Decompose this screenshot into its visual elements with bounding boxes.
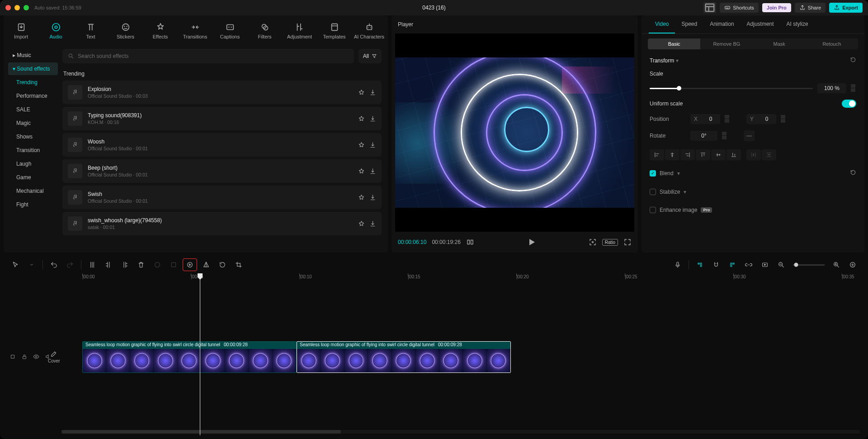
undo-button[interactable] [47,258,61,271]
rotate-button[interactable] [215,258,230,271]
tool-ai-characters[interactable]: AI Characters [352,15,387,46]
subtab-retouch[interactable]: Retouch [806,38,858,49]
tab-speed[interactable]: Speed [675,15,703,33]
split-button[interactable] [85,258,99,271]
tab-adjustment[interactable]: Adjustment [741,15,780,33]
enhance-section[interactable]: Enhance image Pro [650,204,856,216]
sidebar-sub-fight[interactable]: Fight [8,198,58,211]
zoom-fit-button[interactable] [845,258,860,271]
position-y-stepper[interactable] [781,115,786,123]
track-item[interactable]: ExplosionOfficial Sound Studio · 00:03 [62,81,382,104]
track-settings-button[interactable] [9,353,16,360]
position-x-stepper[interactable] [725,115,730,123]
track-item[interactable]: swish_whoosh (large)(794558)satak · 00:0… [62,212,382,235]
scale-stepper[interactable] [851,84,856,92]
reset-blend-button[interactable] [850,169,856,177]
rotate-stepper[interactable] [722,132,727,140]
clip-2[interactable]: Seamless loop motion graphic of flying i… [297,341,511,373]
rotate-input[interactable]: 0° [690,131,717,141]
align-bottom-button[interactable] [726,149,741,160]
track-item[interactable]: Beep (short)Official Sound Studio · 00:0… [62,159,382,183]
magnet-end-button[interactable] [725,258,740,271]
cover-button[interactable]: Cover [48,350,60,363]
uniform-scale-toggle[interactable] [842,100,856,108]
sidebar-sub-trending[interactable]: Trending [8,76,58,89]
ratio-button[interactable]: Ratio [602,239,618,246]
sidebar-sub-performance[interactable]: Performance [8,90,58,102]
timeline-body[interactable]: Cover Seamless loop motion graphic of fl… [4,282,864,435]
sidebar-sub-transition[interactable]: Transition [8,144,58,157]
align-top-button[interactable] [696,149,710,160]
tool-import[interactable]: Import [4,15,38,46]
download-icon[interactable] [369,89,376,96]
redo-button[interactable] [63,258,77,271]
align-middle-button[interactable] [711,149,726,160]
maximize-window-icon[interactable] [24,5,29,10]
position-y-input[interactable]: Y0 [746,114,776,124]
split-right-button[interactable] [118,258,132,271]
minimize-window-icon[interactable] [14,5,20,10]
subtab-remove-bg[interactable]: Remove BG [700,38,753,49]
zoom-slider[interactable] [793,264,825,266]
zoom-out-button[interactable] [774,258,788,271]
export-button[interactable]: Export [829,3,863,13]
tool-stickers[interactable]: Stickers [108,15,143,46]
favorite-icon[interactable] [358,142,365,148]
tool-effects[interactable]: Effects [143,15,178,46]
align-center-h-button[interactable] [665,149,679,160]
share-button[interactable]: Share [795,3,826,13]
scale-value[interactable]: 100 % [817,83,846,93]
rotate-flip-button[interactable]: — [744,130,755,141]
align-left-button[interactable] [650,149,664,160]
tab-animation[interactable]: Animation [703,15,740,33]
preview-render-button[interactable] [758,258,772,271]
tool-text[interactable]: Text [73,15,108,46]
mic-button[interactable] [670,258,685,271]
join-pro-button[interactable]: Join Pro [762,3,791,12]
favorite-icon[interactable] [358,115,365,122]
compare-button[interactable] [466,238,474,246]
track-lock-button[interactable] [21,353,28,360]
playhead[interactable] [200,273,200,435]
sidebar-sub-game[interactable]: Game [8,171,58,184]
favorite-icon[interactable] [358,220,365,227]
align-right-button[interactable] [680,149,695,160]
tab-video[interactable]: Video [649,15,675,33]
selection-tool-button[interactable] [8,258,23,271]
tool-transitions[interactable]: Transitions [178,15,212,46]
download-icon[interactable] [369,115,376,122]
sidebar-sub-mechanical[interactable]: Mechanical [8,185,58,197]
play-button[interactable] [526,237,537,248]
scale-slider[interactable] [650,88,813,89]
track-item[interactable]: SwishOfficial Sound Studio · 00:01 [62,186,382,209]
close-window-icon[interactable] [5,5,11,10]
player-canvas[interactable] [395,33,634,232]
tool-audio[interactable]: Audio [38,15,73,46]
selection-dropdown[interactable] [24,258,39,271]
filter-all-button[interactable]: All [359,49,382,63]
distribute-v-button[interactable] [762,149,776,160]
tool-adjustment[interactable]: Adjustment [282,15,317,46]
stabilize-section[interactable]: Stabilize ▾ [650,186,856,198]
sidebar-sub-shows[interactable]: Shows [8,130,58,143]
crop-button[interactable] [231,258,246,271]
reverse-button[interactable] [183,258,197,271]
download-icon[interactable] [369,220,376,227]
magnet-start-button[interactable] [693,258,707,271]
tool-templates[interactable]: Templates [317,15,352,46]
stabilize-checkbox[interactable] [650,189,656,195]
sidebar-sub-sale[interactable]: SALE [8,103,58,116]
favorite-icon[interactable] [358,89,365,96]
shortcuts-button[interactable]: Shortcuts [720,3,758,13]
blend-section[interactable]: ✓ Blend ▾ [650,167,856,180]
tool-captions[interactable]: Captions [212,15,247,46]
split-left-button[interactable] [101,258,116,271]
magnet-button[interactable] [709,258,723,271]
enhance-checkbox[interactable] [650,207,656,213]
download-icon[interactable] [369,168,376,175]
tool-filters[interactable]: Filters [247,15,282,46]
download-icon[interactable] [369,194,376,201]
blend-checkbox[interactable]: ✓ [650,170,656,177]
track-visibility-button[interactable] [33,353,40,360]
fullscreen-button[interactable] [623,238,632,246]
